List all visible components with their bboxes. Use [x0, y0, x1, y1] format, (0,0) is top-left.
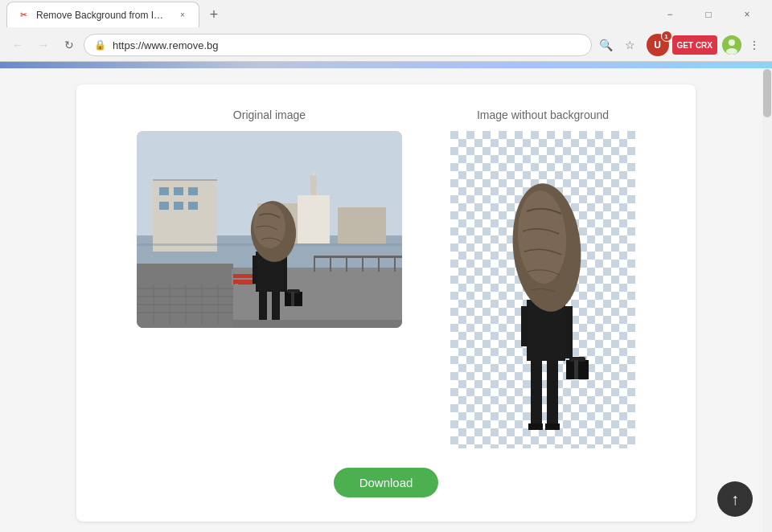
scroll-to-top-button[interactable]: ↑ [717, 481, 753, 517]
svg-rect-32 [232, 269, 233, 285]
url-display: https://www.remove.bg [113, 39, 581, 51]
svg-rect-23 [346, 256, 347, 272]
get-crx-button[interactable]: GET CRX [672, 35, 717, 55]
bookmark-button[interactable]: ☆ [619, 34, 642, 56]
svg-rect-25 [378, 256, 380, 272]
svg-rect-9 [159, 187, 169, 195]
svg-rect-41 [291, 292, 294, 306]
toolbar-icons: 🔍 ☆ U 1 GET CRX ⋮ [595, 34, 766, 56]
processed-figure-svg [450, 131, 635, 448]
page-content: Original image [0, 68, 772, 532]
svg-rect-63 [528, 424, 543, 430]
page-header-bar [0, 62, 772, 68]
security-lock-icon: 🔒 [94, 39, 106, 51]
back-button[interactable]: ← [6, 34, 29, 56]
svg-rect-24 [362, 256, 363, 272]
close-window-button[interactable]: × [729, 0, 766, 29]
search-toolbar-button[interactable]: 🔍 [595, 34, 618, 56]
svg-rect-43 [282, 256, 287, 292]
svg-rect-20 [314, 256, 402, 258]
svg-rect-8 [153, 179, 217, 181]
svg-rect-50 [153, 284, 154, 324]
original-image-block: Original image [137, 108, 402, 328]
minimize-button[interactable]: − [651, 0, 688, 29]
svg-rect-53 [201, 284, 203, 324]
svg-rect-21 [314, 256, 315, 272]
processed-image-container [450, 131, 635, 448]
svg-rect-26 [394, 256, 396, 272]
original-image-label: Original image [233, 108, 306, 121]
scrollbar-thumb[interactable] [763, 69, 771, 117]
svg-rect-68 [574, 360, 578, 379]
svg-rect-17 [310, 175, 317, 195]
svg-rect-51 [169, 284, 170, 324]
extension-area: U 1 GET CRX [647, 34, 717, 56]
svg-rect-30 [235, 284, 238, 300]
original-image-svg [137, 131, 402, 328]
svg-point-2 [726, 48, 737, 55]
processed-image-label: Image without background [477, 108, 609, 121]
svg-rect-69 [521, 306, 528, 346]
download-button[interactable]: Download [334, 468, 439, 497]
active-tab[interactable]: ✂ Remove Background from Image × [6, 2, 199, 27]
nav-bar: ← → ↻ 🔒 https://www.remove.bg 🔍 ☆ U 1 GE… [0, 29, 772, 61]
svg-rect-10 [174, 187, 183, 195]
svg-rect-52 [185, 284, 187, 324]
main-card: Original image [76, 84, 696, 522]
svg-rect-22 [330, 256, 331, 272]
svg-rect-55 [233, 320, 402, 328]
svg-rect-19 [338, 207, 386, 243]
tab-favicon: ✂ [17, 9, 30, 22]
browser-chrome: ✂ Remove Background from Image × + − □ ×… [0, 0, 772, 62]
tab-bar: ✂ Remove Background from Image × + − □ × [0, 0, 772, 29]
user-avatar[interactable] [722, 35, 741, 55]
new-tab-button[interactable]: + [203, 3, 225, 26]
maximize-button[interactable]: □ [690, 0, 727, 29]
tab-close-button[interactable]: × [176, 9, 189, 22]
address-bar[interactable]: 🔒 https://www.remove.bg [84, 34, 592, 56]
refresh-button[interactable]: ↻ [58, 34, 80, 56]
svg-rect-15 [298, 195, 330, 243]
svg-point-1 [729, 39, 735, 46]
svg-rect-54 [217, 284, 219, 324]
scrollbar[interactable] [762, 68, 772, 532]
window-controls: − □ × [651, 0, 766, 29]
images-section: Original image [109, 108, 663, 448]
svg-rect-61 [531, 356, 542, 428]
svg-rect-42 [253, 256, 257, 284]
svg-rect-14 [188, 202, 198, 210]
extension-badge: 1 [661, 31, 672, 42]
svg-rect-62 [547, 356, 558, 428]
svg-rect-12 [159, 202, 169, 210]
svg-rect-13 [174, 202, 183, 210]
original-image-container [137, 131, 402, 328]
processed-image-block: Image without background [450, 108, 635, 448]
svg-rect-64 [545, 424, 560, 430]
svg-rect-34 [259, 288, 267, 324]
forward-button[interactable]: → [32, 34, 55, 56]
svg-rect-11 [188, 187, 198, 195]
browser-viewport: Original image [0, 68, 772, 532]
extension-icon[interactable]: U 1 [647, 34, 669, 56]
svg-rect-70 [565, 306, 573, 358]
more-options-button[interactable]: ⋮ [743, 34, 766, 56]
tab-title: Remove Background from Image [36, 10, 170, 21]
svg-rect-35 [272, 288, 280, 324]
